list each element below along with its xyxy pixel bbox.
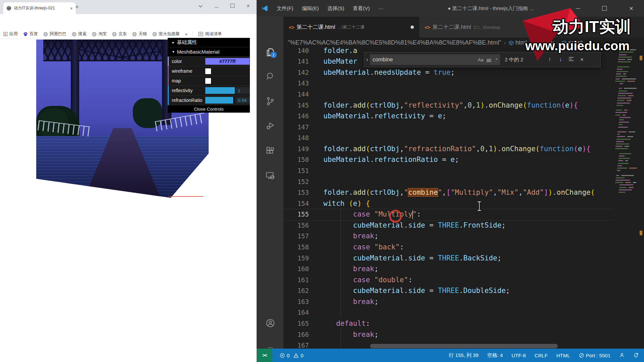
editor-tab-0[interactable]: <> 第二十二课.html ...\第二十二课	[283, 17, 419, 38]
find-toggle-replace-icon[interactable]: ›	[364, 52, 370, 67]
code-line-165[interactable]: 165 default:	[283, 318, 614, 329]
bookmark-item[interactable]: 阿里巴巴	[43, 31, 66, 37]
gui-row-map[interactable]: map	[168, 76, 250, 86]
feedback-icon[interactable]	[619, 353, 625, 358]
code-line-159[interactable]: 159 cubeMaterial.side = THREE.BackSide;	[283, 253, 614, 264]
extensions-icon[interactable]	[266, 146, 275, 156]
minimap[interactable]	[614, 47, 639, 208]
code-line-153[interactable]: 153folder.add(ctrlObj,"combine",["Multip…	[283, 187, 614, 198]
line-number: 149	[283, 143, 309, 155]
code-line-155[interactable]: 155 case "Multiply":	[283, 209, 614, 220]
status-item[interactable]: HTML	[556, 353, 570, 358]
code-line-166[interactable]: 166 break;	[283, 329, 614, 340]
code-line-146[interactable]: 146ubeMaterial.reflectivity = e;	[283, 111, 614, 122]
bookmark-item[interactable]: 淘宝	[92, 31, 107, 37]
gui-row-reflectivity[interactable]: reflectivity1	[168, 86, 250, 96]
menu-item[interactable]: 查看(V)	[348, 0, 374, 17]
code-line-156[interactable]: 156 cubeMaterial.side = THREE.FrontSide;	[283, 220, 614, 231]
tab-search-icon[interactable]	[194, 3, 207, 9]
code-line-143[interactable]: 143	[283, 78, 614, 89]
code-line-142[interactable]: 142ubeMaterial.needsUpdate = true;	[283, 67, 614, 78]
code-line-160[interactable]: 160 break;	[283, 263, 614, 275]
gui-checkbox[interactable]	[205, 78, 211, 84]
watermark-title: 动力IT实训	[552, 16, 631, 38]
notifications-bell-icon[interactable]	[633, 353, 639, 358]
line-number: 151	[283, 165, 309, 176]
code-text: break;	[323, 296, 378, 307]
status-item[interactable]: CRLF	[535, 353, 548, 358]
explorer-icon[interactable]: 1	[266, 48, 275, 57]
gui-row-wireframe[interactable]: wireframe	[168, 66, 250, 76]
status-item[interactable]: 空格: 4	[487, 352, 503, 359]
bookmark-item[interactable]: 应用	[3, 31, 18, 37]
new-tab-button[interactable]: +	[75, 3, 79, 11]
minimize-icon[interactable]	[210, 3, 223, 9]
code-line-164[interactable]: 164	[283, 307, 614, 318]
gui-value[interactable]: 0.94	[236, 97, 250, 104]
code-line-163[interactable]: 163 break;	[283, 296, 614, 307]
gui-close-controls-button[interactable]: Close Controls	[168, 105, 250, 113]
status-item[interactable]: 行 155, 列 39	[449, 352, 478, 359]
bookmarks-overflow-icon[interactable]: »	[185, 32, 187, 37]
find-query[interactable]: combine	[373, 57, 475, 63]
code-line-157[interactable]: 157 break;	[283, 231, 614, 242]
code-line-152[interactable]: 152	[283, 176, 614, 187]
line-number: 155	[283, 209, 309, 220]
code-line-158[interactable]: 158 case "back":	[283, 242, 614, 253]
gui-slider[interactable]	[205, 97, 235, 104]
port-indicator[interactable]: Port : 5501	[579, 353, 610, 358]
status-item[interactable]: UTF-8	[512, 353, 526, 358]
source-control-icon[interactable]	[266, 97, 275, 106]
code-text: witch (e) {	[323, 198, 370, 209]
maximize-icon[interactable]	[226, 3, 239, 9]
bookmark-item[interactable]: 百度	[23, 31, 38, 37]
code-line-147[interactable]: 147	[283, 122, 614, 133]
run-debug-icon[interactable]	[266, 121, 275, 131]
close-icon[interactable]: ×	[241, 3, 255, 9]
browser-nav-bar: ← → 127.0.0.1:5501/src/第二十二课/第二十二课.html …	[0, 14, 257, 29]
code-line-144[interactable]: 144	[283, 89, 614, 100]
horizontal-scrollbar[interactable]	[370, 344, 558, 348]
gui-checkbox[interactable]	[205, 68, 211, 74]
match-case-icon[interactable]: Aa	[478, 57, 483, 62]
bookmark-item[interactable]: 京东	[112, 31, 127, 37]
tab-close-icon[interactable]: ×	[70, 6, 73, 11]
problems-indicator[interactable]: 0 0	[280, 353, 304, 358]
screen: 动力IT实训-threejs-021 × + × ← → 127.0.0.1:5…	[0, 0, 644, 362]
errors-icon	[280, 353, 285, 358]
regex-icon[interactable]: .*	[494, 57, 497, 62]
code-line-151[interactable]: 151	[283, 165, 614, 176]
remote-indicator[interactable]: ><	[257, 349, 272, 362]
code-line-148[interactable]: 148	[283, 132, 614, 143]
menu-item[interactable]: 选择(S)	[323, 0, 348, 17]
find-input[interactable]: combine Aa ab .*	[370, 54, 500, 65]
bookmark-item[interactable]: 搜索	[72, 31, 87, 37]
bookmark-item[interactable]: 天猫	[132, 31, 147, 37]
bookmark-item[interactable]: 萤火虫惠聚	[152, 31, 180, 37]
modified-dot-icon[interactable]	[411, 25, 414, 29]
color-swatch[interactable]: #7777ff	[205, 58, 250, 65]
menu-item[interactable]: 编辑(E)	[298, 0, 323, 17]
gui-slider[interactable]	[205, 87, 235, 94]
code-line-154[interactable]: 154witch (e) {	[283, 198, 614, 209]
gui-row-color[interactable]: color#7777ff	[168, 57, 250, 66]
code-line-149[interactable]: 149folder.add(ctrlObj,"refractionRatio",…	[283, 143, 614, 155]
menu-item[interactable]: 文件(F)	[272, 0, 298, 17]
gui-folder-1[interactable]: ▾MeshBasicMaterial	[168, 47, 250, 57]
code-line-145[interactable]: 145folder.add(ctrlObj,"reflectivity",0,1…	[283, 100, 614, 111]
reading-list-button[interactable]: 阅读清单	[198, 31, 222, 37]
gui-row-refractionRatio[interactable]: refractionRatio0.94	[168, 96, 250, 105]
search-icon[interactable]	[266, 72, 275, 81]
gui-folder-0[interactable]: ▸基础属性	[168, 38, 250, 47]
account-icon[interactable]	[266, 318, 275, 328]
menu-item[interactable]: ···	[374, 0, 388, 17]
browser-tab[interactable]: 动力IT实训-threejs-021 ×	[3, 2, 76, 14]
code-line-162[interactable]: 162 cubeMaterial.side = THREE.DoubleSide…	[283, 285, 614, 296]
code-line-150[interactable]: 150ubeMaterial.refractionRatio = e;	[283, 154, 614, 165]
gui-value[interactable]: 1	[236, 87, 250, 94]
live-server-icon[interactable]	[266, 171, 275, 180]
whole-word-icon[interactable]: ab	[486, 57, 491, 62]
code-line-161[interactable]: 161 case "double":	[283, 275, 614, 286]
vscode-close-icon[interactable]: ×	[623, 0, 640, 17]
vscode-maximize-icon[interactable]	[596, 0, 613, 17]
